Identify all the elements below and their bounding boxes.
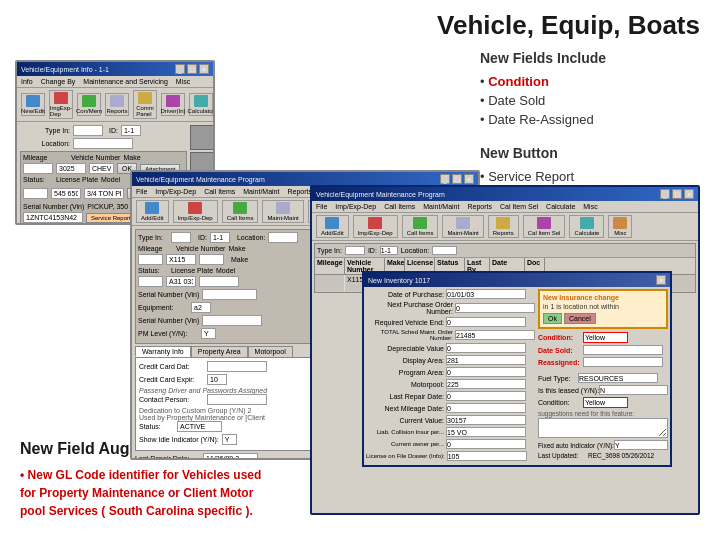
toolbar2-addedit[interactable]: Add/Edit — [136, 200, 169, 223]
menu3-file[interactable]: File — [316, 203, 327, 210]
last-repair-input[interactable] — [203, 453, 258, 460]
toolbar2-call[interactable]: Call Items — [222, 200, 259, 223]
menu-misc[interactable]: Misc — [176, 78, 190, 85]
win2-mileage[interactable] — [138, 254, 163, 265]
serial-input[interactable] — [23, 212, 83, 223]
toolbar3-call[interactable]: Call Items — [402, 215, 439, 238]
menu3-reports[interactable]: Reports — [467, 203, 492, 210]
win2-license[interactable] — [166, 276, 196, 287]
current-value-input[interactable] — [446, 415, 526, 425]
win3-maximize[interactable]: □ — [672, 189, 682, 199]
toolbar3-calitem[interactable]: Cal Item Sel — [523, 215, 566, 238]
win2-maximize[interactable]: □ — [452, 174, 462, 184]
menu-info[interactable]: Info — [21, 78, 33, 85]
menu3-calculate[interactable]: Calculate — [546, 203, 575, 210]
credit-expiry-input[interactable] — [207, 374, 227, 385]
model-input[interactable] — [84, 188, 124, 199]
type-in-input3[interactable] — [345, 246, 365, 255]
total-input[interactable] — [455, 330, 535, 340]
vehicle-num-input[interactable] — [56, 163, 86, 174]
win2-model[interactable] — [199, 276, 239, 287]
win2-close[interactable]: × — [464, 174, 474, 184]
win2-pm-level[interactable] — [201, 328, 216, 339]
next-mileage-input[interactable] — [446, 403, 526, 413]
toolbar2-maint[interactable]: Maint-Maint — [262, 200, 303, 223]
win3-minimize[interactable]: _ — [660, 189, 670, 199]
contact-person-input[interactable] — [207, 394, 267, 405]
toolbar3-calculate[interactable]: Calculate — [569, 215, 604, 238]
menu2-call[interactable]: Call Items — [204, 188, 235, 195]
win2-location-input[interactable] — [268, 232, 298, 243]
menu2-file[interactable]: File — [136, 188, 147, 195]
win1-close[interactable]: × — [199, 64, 209, 74]
toolbar-btn-2[interactable]: ImgExp-Dep — [49, 90, 73, 119]
suggestions-input[interactable] — [538, 418, 668, 438]
win1-maximize[interactable]: □ — [187, 64, 197, 74]
display-area-input[interactable] — [446, 355, 526, 365]
toolbar3-imp[interactable]: Imp/Exp-Dep — [353, 215, 398, 238]
type-input[interactable] — [73, 125, 103, 136]
win2-equipment[interactable] — [191, 302, 211, 313]
date-purchase-input[interactable] — [446, 289, 526, 299]
win3-close[interactable]: × — [684, 189, 694, 199]
win2-vehicle-num[interactable] — [166, 254, 196, 265]
win2-id-input[interactable] — [210, 232, 230, 243]
menu3-imp[interactable]: Imp/Exp-Dep — [335, 203, 376, 210]
toolbar3-maint[interactable]: Maint-Maint — [442, 215, 483, 238]
mileage-input[interactable] — [23, 163, 53, 174]
toolbar-btn-7[interactable]: Calculator — [189, 93, 213, 116]
win2-minimize[interactable]: _ — [440, 174, 450, 184]
toolbar-btn-1[interactable]: New/Edit — [21, 93, 45, 116]
menu2-imp[interactable]: Imp/Exp-Dep — [155, 188, 196, 195]
license-drawer-input[interactable] — [447, 451, 527, 461]
menu3-cancel[interactable]: Cal Item Sel — [500, 203, 538, 210]
toolbar-btn-6[interactable]: Driver(In) — [161, 93, 185, 116]
menu-maintenance[interactable]: Maintenance and Servicing — [83, 78, 167, 85]
insurance-cancel-btn[interactable]: Cancel — [564, 313, 596, 324]
dialog-close[interactable]: × — [656, 275, 666, 285]
id-input[interactable] — [121, 125, 141, 136]
current-owner-input[interactable] — [446, 439, 526, 449]
fuel-type-dialog-input[interactable] — [578, 373, 658, 383]
show-idle-input[interactable] — [222, 434, 237, 445]
make-input[interactable] — [89, 163, 114, 174]
dialog-buttons[interactable]: × — [656, 275, 666, 285]
win2-type-input[interactable] — [171, 232, 191, 243]
win2-status[interactable] — [138, 276, 163, 287]
liability-input[interactable] — [446, 427, 526, 437]
license-input[interactable] — [51, 188, 81, 199]
date-sold-dialog-input[interactable] — [583, 345, 663, 355]
purchase-order-input[interactable] — [455, 303, 535, 313]
tab-property[interactable]: Property Area — [191, 346, 248, 357]
menu2-reports[interactable]: Reports — [287, 188, 312, 195]
toolbar-btn-3[interactable]: Con/Mem — [77, 93, 101, 116]
menu3-maint[interactable]: Maint/Maint — [423, 203, 459, 210]
program-area-input[interactable] — [446, 367, 526, 377]
id-input3[interactable] — [380, 246, 398, 255]
menu3-call[interactable]: Call Items — [384, 203, 415, 210]
menu2-maint[interactable]: Maint/Maint — [243, 188, 279, 195]
leased-dialog-input[interactable] — [599, 385, 668, 395]
reassigned-dialog-input[interactable] — [583, 357, 663, 367]
status2-input[interactable] — [177, 421, 222, 432]
toolbar-btn-4[interactable]: Reports — [105, 93, 129, 116]
loc-input3[interactable] — [432, 246, 457, 255]
win2-buttons[interactable]: _ □ × — [440, 174, 474, 184]
required-vehicle-input[interactable] — [446, 317, 526, 327]
win3-buttons[interactable]: _ □ × — [660, 189, 694, 199]
condition-dialog-input[interactable] — [583, 332, 628, 343]
win2-serial[interactable] — [202, 289, 257, 300]
win2-make[interactable] — [199, 254, 224, 265]
win1-buttons[interactable]: _ □ × — [175, 64, 209, 74]
toolbar-btn-5[interactable]: Comm Panel — [133, 90, 157, 119]
menu3-misc[interactable]: Misc — [583, 203, 597, 210]
tab-warranty[interactable]: Warranty Info — [135, 346, 191, 357]
menu-change[interactable]: Change By — [41, 78, 76, 85]
status-input[interactable] — [23, 188, 48, 199]
pm-indicator-input[interactable] — [614, 440, 668, 450]
credit-card-input[interactable] — [207, 361, 267, 372]
location-input[interactable] — [73, 138, 133, 149]
condition2-dialog-input[interactable] — [583, 397, 628, 408]
toolbar3-reports[interactable]: Reports — [488, 215, 519, 238]
deprec-input[interactable] — [446, 343, 526, 353]
